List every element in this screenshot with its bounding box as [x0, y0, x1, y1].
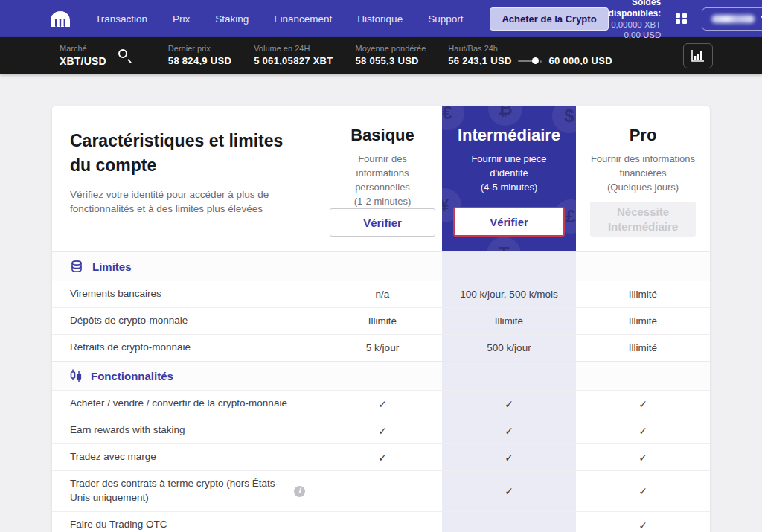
check-pro: ✓: [576, 417, 710, 443]
tier-intermediaire-name: Intermédiaire: [458, 126, 560, 145]
value-pro: Illimité: [576, 335, 710, 361]
tier-basique: Basique Fournir des informations personn…: [323, 106, 442, 251]
balances-label: Soldes disponibles:: [609, 0, 662, 19]
low-value: 56 243,1 USD: [448, 54, 511, 68]
high-value: 60 000,0 USD: [549, 54, 612, 68]
check-basique: [323, 512, 442, 532]
card-intro: Caractéristiques et limites du compte Vé…: [52, 106, 323, 251]
available-balances: Soldes disponibles: 0,00000 XBT 0,00 USD: [609, 0, 662, 40]
nav-item-staking[interactable]: Staking: [215, 13, 249, 25]
bar-chart-icon: [691, 49, 705, 63]
check-basique: ✓: [323, 417, 442, 443]
value-intermediaire: 500 k/jour: [442, 335, 576, 361]
row-label: Acheter / vendre / convertir de la crypt…: [70, 397, 287, 411]
nav-item-prix[interactable]: Prix: [173, 13, 190, 25]
page-title: Caractéristiques et limites du compte: [70, 129, 293, 179]
kraken-logo-icon[interactable]: [49, 10, 71, 28]
requires-intermediaire-button: Nécessite Intermédiaire: [590, 202, 696, 237]
tier-intermediaire: € ₿ $ ¥ £ ₮ Intermédiaire Fournir une pi…: [442, 106, 576, 251]
value-pro: Illimité: [576, 281, 710, 307]
account-tiers-card: Caractéristiques et limites du compte Vé…: [52, 106, 710, 532]
account-name-blurred: [711, 15, 755, 23]
value-intermediaire: 100 k/jour, 500 k/mois: [442, 281, 576, 307]
check-intermediaire: [442, 512, 576, 532]
market-label: Marché: [60, 43, 106, 54]
tier-intermediaire-desc: Fournir une pièce d'identité (4-5 minute…: [452, 153, 566, 195]
tether-coin-icon: ₮: [487, 237, 521, 251]
row-label: Dépôts de crypto-monnaie: [70, 314, 188, 328]
page-body: Caractéristiques et limites du compte Vé…: [0, 74, 762, 532]
divider: [150, 43, 150, 68]
table-row-acheter-vendre: Acheter / vendre / convertir de la crypt…: [52, 390, 710, 417]
buy-crypto-button[interactable]: Acheter de la Crypto: [490, 7, 608, 31]
table-row-marge: Tradez avec marge ✓ ✓ ✓: [52, 443, 710, 470]
top-navigation: Transaction Prix Staking Financement His…: [0, 0, 762, 37]
row-label: Tradez avec marge: [70, 450, 156, 464]
table-row-virements: Virements bancaires n/a 100 k/jour, 500 …: [52, 281, 710, 307]
row-label: Faire du Trading OTC: [70, 518, 167, 532]
balance-usd: 0,00 USD: [609, 30, 662, 40]
market-ticker-bar: Marché XBT/USD Dernier prix 58 824,9 USD…: [0, 37, 762, 74]
check-basique: [323, 471, 442, 511]
value-basique: 5 k/jour: [323, 335, 442, 361]
check-basique: ✓: [323, 391, 442, 417]
check-pro: ✓: [576, 391, 710, 417]
tier-basique-name: Basique: [350, 126, 414, 145]
nav-item-support[interactable]: Support: [428, 13, 463, 25]
info-icon[interactable]: i: [294, 486, 305, 497]
row-label: Retraits de crypto-monnaie: [70, 341, 190, 355]
section-title-limites: Limites: [92, 260, 132, 273]
apps-grid-icon[interactable]: [676, 13, 687, 25]
balance-xbt: 0,00000 XBT: [609, 19, 662, 30]
stat-volume-24h: Volume en 24H 5 061,05827 XBT: [254, 43, 333, 67]
candlestick-icon: [70, 369, 82, 382]
table-row-futures: Trader des contrats à terme crypto (hors…: [52, 470, 710, 511]
check-basique: ✓: [323, 444, 442, 470]
nav-item-historique[interactable]: Historique: [357, 13, 403, 25]
row-label: Virements bancaires: [70, 287, 161, 301]
account-menu-button[interactable]: [702, 7, 762, 31]
tier-pro: Pro Fournir des informations financières…: [576, 106, 710, 251]
table-row-otc: Faire du Trading OTC ✓: [52, 511, 710, 532]
check-intermediaire: ✓: [442, 444, 576, 470]
market-pair-selector[interactable]: Marché XBT/USD: [60, 43, 106, 67]
tier-pro-name: Pro: [630, 126, 657, 145]
check-intermediaire: ✓: [442, 417, 576, 443]
nav-item-financement[interactable]: Financement: [274, 13, 332, 25]
search-icon[interactable]: [118, 49, 132, 63]
page-subtitle: Vérifiez votre identité pour accéder à p…: [70, 188, 293, 217]
table-row-retraits: Retraits de crypto-monnaie 5 k/jour 500 …: [52, 334, 710, 361]
market-pair: XBT/USD: [60, 54, 106, 68]
row-label: Earn rewards with staking: [70, 423, 185, 438]
tier-pro-desc: Fournir des informations financières (Qu…: [586, 153, 699, 195]
row-label: Trader des contrats à terme crypto (hors…: [70, 477, 293, 505]
check-intermediaire: ✓: [442, 471, 576, 511]
value-pro: Illimité: [576, 308, 710, 334]
stat-last-price: Dernier prix 58 824,9 USD: [168, 43, 231, 67]
main-nav: Transaction Prix Staking Financement His…: [95, 13, 463, 25]
value-basique: n/a: [323, 281, 442, 307]
table-row-depots: Dépôts de crypto-monnaie Illimité Illimi…: [52, 307, 710, 334]
coins-stack-icon: [70, 260, 83, 273]
value-intermediaire: Illimité: [442, 308, 576, 334]
value-basique: Illimité: [323, 308, 442, 334]
nav-item-transaction[interactable]: Transaction: [95, 13, 147, 25]
section-fonctionnalites: Fonctionnalités: [52, 361, 710, 390]
verify-basique-button[interactable]: Vérifier: [330, 208, 435, 237]
check-pro: ✓: [576, 512, 710, 532]
stat-high-low-24h: Haut/Bas 24h 56 243,1 USD 60 000,0 USD: [448, 43, 612, 67]
tier-basique-desc: Fournir des informations personnelles (1…: [333, 153, 432, 208]
table-row-staking: Earn rewards with staking ✓ ✓ ✓: [52, 417, 710, 443]
verify-intermediaire-button[interactable]: Vérifier: [453, 207, 565, 237]
check-pro: ✓: [576, 471, 710, 511]
section-limites: Limites: [52, 251, 710, 281]
bitcoin-coin-icon: ₿: [488, 106, 522, 126]
check-pro: ✓: [576, 444, 710, 470]
price-range-indicator: [518, 57, 543, 64]
check-intermediaire: ✓: [442, 391, 576, 417]
stat-weighted-average: Moyenne pondérée 58 055,3 USD: [356, 43, 426, 67]
chart-view-button[interactable]: [683, 43, 713, 68]
section-title-fonctionnalites: Fonctionnalités: [91, 370, 173, 382]
